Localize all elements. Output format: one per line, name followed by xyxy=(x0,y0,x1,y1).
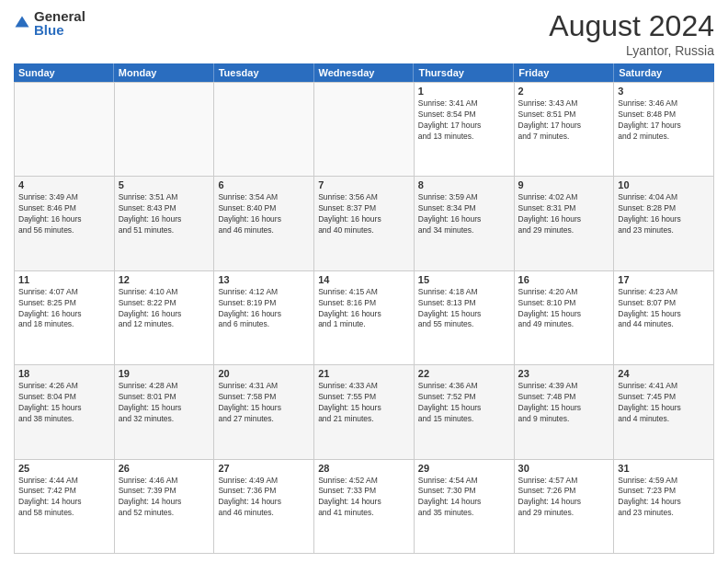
sun-info-4-5: Sunrise: 4:57 AM Sunset: 7:26 PM Dayligh… xyxy=(518,476,610,520)
sun-info-3-5: Sunrise: 4:39 AM Sunset: 7:48 PM Dayligh… xyxy=(518,381,610,425)
cal-cell-0-0 xyxy=(15,83,115,177)
day-num-3-5: 23 xyxy=(518,368,610,379)
day-num-2-2: 13 xyxy=(218,274,310,285)
day-num-3-1: 19 xyxy=(119,368,210,379)
cal-cell-3-6: 24Sunrise: 4:41 AM Sunset: 7:45 PM Dayli… xyxy=(614,365,714,459)
day-num-0-4: 1 xyxy=(418,86,510,97)
cal-cell-0-3 xyxy=(314,83,415,177)
sun-info-3-4: Sunrise: 4:36 AM Sunset: 7:52 PM Dayligh… xyxy=(418,381,510,425)
day-num-2-4: 15 xyxy=(418,274,510,285)
sun-info-1-4: Sunrise: 3:59 AM Sunset: 8:34 PM Dayligh… xyxy=(418,192,510,236)
day-num-4-0: 25 xyxy=(18,463,110,474)
sun-info-3-3: Sunrise: 4:33 AM Sunset: 7:55 PM Dayligh… xyxy=(318,381,410,425)
cal-cell-4-5: 30Sunrise: 4:57 AM Sunset: 7:26 PM Dayli… xyxy=(515,460,615,554)
day-num-4-4: 29 xyxy=(418,463,510,474)
sun-info-2-4: Sunrise: 4:18 AM Sunset: 8:13 PM Dayligh… xyxy=(418,287,510,331)
cal-cell-3-5: 23Sunrise: 4:39 AM Sunset: 7:48 PM Dayli… xyxy=(515,365,615,459)
page: General Blue August 2024 Lyantor, Russia… xyxy=(0,0,728,563)
day-num-1-6: 10 xyxy=(618,179,710,190)
day-num-2-0: 11 xyxy=(18,274,110,285)
calendar: Sunday Monday Tuesday Wednesday Thursday… xyxy=(14,63,714,554)
header-tuesday: Tuesday xyxy=(214,63,314,82)
cal-cell-4-0: 25Sunrise: 4:44 AM Sunset: 7:42 PM Dayli… xyxy=(15,460,115,554)
header-monday: Monday xyxy=(114,63,214,82)
sun-info-1-5: Sunrise: 4:02 AM Sunset: 8:31 PM Dayligh… xyxy=(518,192,610,236)
day-num-1-0: 4 xyxy=(18,179,110,190)
sun-info-3-0: Sunrise: 4:26 AM Sunset: 8:04 PM Dayligh… xyxy=(18,381,110,425)
cal-cell-2-5: 16Sunrise: 4:20 AM Sunset: 8:10 PM Dayli… xyxy=(515,271,615,365)
day-num-3-0: 18 xyxy=(18,368,110,379)
sun-info-3-6: Sunrise: 4:41 AM Sunset: 7:45 PM Dayligh… xyxy=(618,381,710,425)
header-sunday: Sunday xyxy=(14,63,114,82)
logo-icon xyxy=(14,15,30,31)
logo: General Blue xyxy=(14,9,85,37)
sun-info-2-5: Sunrise: 4:20 AM Sunset: 8:10 PM Dayligh… xyxy=(518,287,610,331)
sun-info-4-3: Sunrise: 4:52 AM Sunset: 7:33 PM Dayligh… xyxy=(318,476,410,520)
sun-info-2-1: Sunrise: 4:10 AM Sunset: 8:22 PM Dayligh… xyxy=(119,287,210,331)
logo-blue-text: Blue xyxy=(34,23,85,37)
day-num-2-5: 16 xyxy=(518,274,610,285)
location: Lyantor, Russia xyxy=(549,43,714,58)
cal-cell-3-4: 22Sunrise: 4:36 AM Sunset: 7:52 PM Dayli… xyxy=(415,365,515,459)
day-num-3-4: 22 xyxy=(418,368,510,379)
day-num-2-3: 14 xyxy=(318,274,410,285)
month-title: August 2024 xyxy=(549,9,714,43)
cal-cell-2-2: 13Sunrise: 4:12 AM Sunset: 8:19 PM Dayli… xyxy=(214,271,314,365)
cal-cell-2-3: 14Sunrise: 4:15 AM Sunset: 8:16 PM Dayli… xyxy=(314,271,415,365)
header-saturday: Saturday xyxy=(614,63,714,82)
cal-cell-4-4: 29Sunrise: 4:54 AM Sunset: 7:30 PM Dayli… xyxy=(415,460,515,554)
header-thursday: Thursday xyxy=(414,63,514,82)
cal-row-3: 18Sunrise: 4:26 AM Sunset: 8:04 PM Dayli… xyxy=(15,365,714,459)
cal-cell-2-6: 17Sunrise: 4:23 AM Sunset: 8:07 PM Dayli… xyxy=(614,271,714,365)
sun-info-4-0: Sunrise: 4:44 AM Sunset: 7:42 PM Dayligh… xyxy=(18,476,110,520)
day-num-4-5: 30 xyxy=(518,463,610,474)
day-num-1-1: 5 xyxy=(119,179,210,190)
sun-info-2-3: Sunrise: 4:15 AM Sunset: 8:16 PM Dayligh… xyxy=(318,287,410,331)
sun-info-4-2: Sunrise: 4:49 AM Sunset: 7:36 PM Dayligh… xyxy=(218,476,310,520)
day-num-4-6: 31 xyxy=(618,463,710,474)
cal-cell-1-1: 5Sunrise: 3:51 AM Sunset: 8:43 PM Daylig… xyxy=(115,177,215,270)
logo-general-text: General xyxy=(34,9,85,23)
cal-cell-0-5: 2Sunrise: 3:43 AM Sunset: 8:51 PM Daylig… xyxy=(515,83,615,177)
cal-cell-2-1: 12Sunrise: 4:10 AM Sunset: 8:22 PM Dayli… xyxy=(115,271,215,365)
day-num-0-6: 3 xyxy=(618,86,710,97)
day-num-2-6: 17 xyxy=(618,274,710,285)
cal-cell-1-5: 9Sunrise: 4:02 AM Sunset: 8:31 PM Daylig… xyxy=(515,177,615,270)
cal-cell-3-2: 20Sunrise: 4:31 AM Sunset: 7:58 PM Dayli… xyxy=(214,365,314,459)
sun-info-0-5: Sunrise: 3:43 AM Sunset: 8:51 PM Dayligh… xyxy=(518,98,610,143)
sun-info-1-0: Sunrise: 3:49 AM Sunset: 8:46 PM Dayligh… xyxy=(18,192,110,236)
sun-info-1-6: Sunrise: 4:04 AM Sunset: 8:28 PM Dayligh… xyxy=(618,192,710,236)
cal-row-0: 1Sunrise: 3:41 AM Sunset: 8:54 PM Daylig… xyxy=(15,83,714,177)
sun-info-4-6: Sunrise: 4:59 AM Sunset: 7:23 PM Dayligh… xyxy=(618,476,710,520)
cal-cell-4-3: 28Sunrise: 4:52 AM Sunset: 7:33 PM Dayli… xyxy=(314,460,415,554)
sun-info-3-1: Sunrise: 4:28 AM Sunset: 8:01 PM Dayligh… xyxy=(119,381,210,425)
day-num-3-2: 20 xyxy=(218,368,310,379)
cal-cell-2-0: 11Sunrise: 4:07 AM Sunset: 8:25 PM Dayli… xyxy=(15,271,115,365)
cal-cell-1-2: 6Sunrise: 3:54 AM Sunset: 8:40 PM Daylig… xyxy=(214,177,314,270)
day-num-0-5: 2 xyxy=(518,86,610,97)
sun-info-4-4: Sunrise: 4:54 AM Sunset: 7:30 PM Dayligh… xyxy=(418,476,510,520)
day-num-2-1: 12 xyxy=(119,274,210,285)
sun-info-1-2: Sunrise: 3:54 AM Sunset: 8:40 PM Dayligh… xyxy=(218,192,310,236)
day-num-4-1: 26 xyxy=(119,463,210,474)
header-friday: Friday xyxy=(514,63,614,82)
cal-cell-1-0: 4Sunrise: 3:49 AM Sunset: 8:46 PM Daylig… xyxy=(15,177,115,270)
svg-marker-0 xyxy=(16,17,29,28)
day-num-3-3: 21 xyxy=(318,368,410,379)
sun-info-4-1: Sunrise: 4:46 AM Sunset: 7:39 PM Dayligh… xyxy=(119,476,210,520)
cal-cell-3-3: 21Sunrise: 4:33 AM Sunset: 7:55 PM Dayli… xyxy=(314,365,415,459)
sun-info-0-6: Sunrise: 3:46 AM Sunset: 8:48 PM Dayligh… xyxy=(618,98,710,143)
sun-info-3-2: Sunrise: 4:31 AM Sunset: 7:58 PM Dayligh… xyxy=(218,381,310,425)
cal-row-4: 25Sunrise: 4:44 AM Sunset: 7:42 PM Dayli… xyxy=(15,460,714,554)
sun-info-1-1: Sunrise: 3:51 AM Sunset: 8:43 PM Dayligh… xyxy=(119,192,210,236)
calendar-body: 1Sunrise: 3:41 AM Sunset: 8:54 PM Daylig… xyxy=(14,82,714,554)
sun-info-2-0: Sunrise: 4:07 AM Sunset: 8:25 PM Dayligh… xyxy=(18,287,110,331)
day-num-1-4: 8 xyxy=(418,179,510,190)
sun-info-1-3: Sunrise: 3:56 AM Sunset: 8:37 PM Dayligh… xyxy=(318,192,410,236)
calendar-header: Sunday Monday Tuesday Wednesday Thursday… xyxy=(14,63,714,82)
logo-text: General Blue xyxy=(34,9,85,37)
cal-row-2: 11Sunrise: 4:07 AM Sunset: 8:25 PM Dayli… xyxy=(15,271,714,365)
sun-info-2-6: Sunrise: 4:23 AM Sunset: 8:07 PM Dayligh… xyxy=(618,287,710,331)
cal-cell-1-3: 7Sunrise: 3:56 AM Sunset: 8:37 PM Daylig… xyxy=(314,177,415,270)
day-num-1-3: 7 xyxy=(318,179,410,190)
